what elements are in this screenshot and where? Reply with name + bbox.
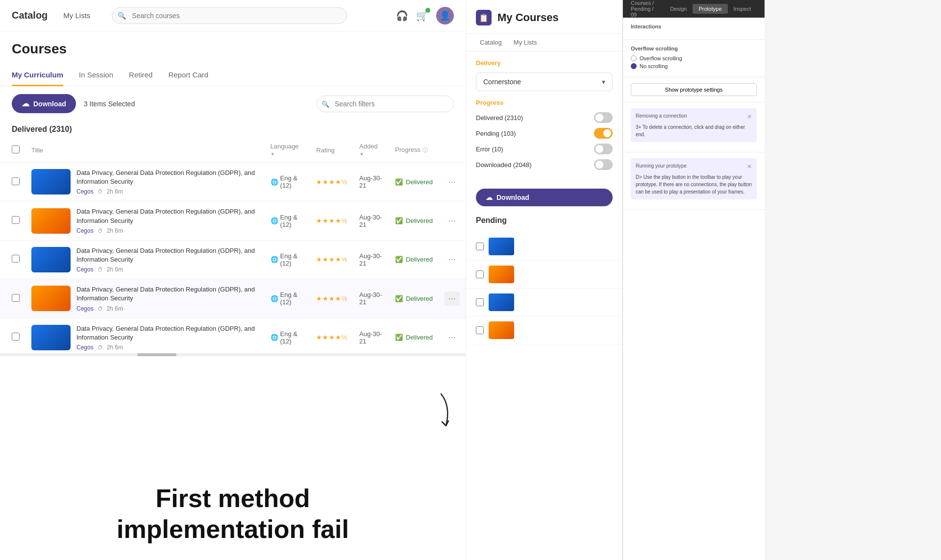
show-prototype-settings-button[interactable]: Show prototype settings <box>631 83 757 96</box>
col-added: Added ▼ <box>353 138 389 163</box>
mc-thumb-4 <box>489 321 514 339</box>
figma-panel: Courses / Pending / 09 Design Prototype … <box>622 0 765 560</box>
mc-item-checkbox-4[interactable] <box>476 326 484 334</box>
figma-tab-design[interactable]: Design <box>664 4 693 14</box>
close-notice-2[interactable]: ✕ <box>747 162 752 171</box>
downloaded-slider <box>594 159 613 170</box>
download-label: Download <box>33 100 66 108</box>
mc-item-checkbox-1[interactable] <box>476 243 484 250</box>
user-avatar[interactable]: 👤 <box>436 7 454 24</box>
course-text-4: Data Privacy, General Data Protection Re… <box>76 285 259 312</box>
globe-icon-1: 🌐 <box>271 178 278 186</box>
delivery-dropdown[interactable]: Cornerstone ▾ <box>476 73 613 91</box>
row-checkbox-4[interactable] <box>12 294 20 302</box>
course-table-container: Title Language ▼ Rating Added ▼ Progress… <box>0 138 466 353</box>
course-meta-3: Cegos ⏱ 2h 6m <box>76 266 259 273</box>
course-info-5: Data Privacy, General Data Protection Re… <box>31 324 259 351</box>
tab-my-curriculum[interactable]: My Curriculum <box>12 65 63 86</box>
my-lists-link[interactable]: My Lists <box>63 11 90 20</box>
download-button[interactable]: ☁ Download <box>12 94 76 113</box>
progress-cell-5: ✅ Delivered <box>395 334 433 341</box>
tab-retired[interactable]: Retired <box>129 65 152 86</box>
search-bar[interactable]: 🔍 <box>112 7 347 24</box>
headphone-button[interactable]: 🎧 <box>396 10 408 22</box>
mc-list-item <box>466 289 622 317</box>
course-text-1: Data Privacy, General Data Protection Re… <box>76 169 259 195</box>
tab-in-session[interactable]: In Session <box>79 65 113 86</box>
error-toggle[interactable] <box>594 144 613 154</box>
pending-section: Pending <box>466 212 622 233</box>
delivered-label: Delivered (2310) <box>476 114 523 122</box>
mc-download-label: Download <box>496 194 529 201</box>
close-notice-1[interactable]: ✕ <box>747 112 752 122</box>
tab-report-card[interactable]: Report Card <box>168 65 208 86</box>
more-options-button-3[interactable]: ··· <box>445 252 460 267</box>
status-badge-4: Delivered <box>406 295 433 302</box>
error-label: Error (10) <box>476 146 503 153</box>
overflow-radio-1[interactable] <box>631 55 637 61</box>
clock-icon-1: ⏱ <box>98 189 103 195</box>
mc-nav: Catalog My Lists <box>466 34 622 51</box>
lang-value-1: Eng & (12) <box>280 174 305 189</box>
row-checkbox-5[interactable] <box>12 333 20 341</box>
annotation-line1: First method <box>156 484 310 512</box>
more-options-button-1[interactable]: ··· <box>445 175 460 189</box>
course-name-4: Data Privacy, General Data Protection Re… <box>76 285 259 303</box>
mc-title: My Courses <box>497 11 559 24</box>
figma-tab-inspect[interactable]: Inspect <box>728 4 757 14</box>
figma-tab-prototype[interactable]: Prototype <box>693 4 727 14</box>
search-filters[interactable]: 🔍 <box>317 96 454 112</box>
delivered-toggle[interactable] <box>594 112 613 123</box>
row-checkbox-3[interactable] <box>12 255 20 263</box>
interactions-section: Interactions <box>623 18 765 40</box>
lang-value-4: Eng & (12) <box>280 291 305 306</box>
course-meta-4: Cegos ⏱ 2h 6m <box>76 305 259 312</box>
pending-toggle[interactable] <box>594 128 613 139</box>
course-provider-5: Cegos <box>76 344 94 351</box>
cloud-download-icon: ☁ <box>22 99 29 108</box>
removing-connection-body: 3+ To delete a connection, click and dra… <box>636 123 752 138</box>
course-table-body: Data Privacy, General Data Protection Re… <box>0 163 466 354</box>
progress-title: Progress <box>476 99 613 106</box>
progress-cell-2: ✅ Delivered <box>395 217 433 224</box>
row-checkbox-1[interactable] <box>12 177 20 185</box>
status-badge-3: Delivered <box>406 256 433 263</box>
row-checkbox-2[interactable] <box>12 216 20 224</box>
mc-cloud-icon: ☁ <box>486 194 493 201</box>
course-thumb-2 <box>31 208 71 234</box>
mc-icon: 📋 <box>476 10 492 25</box>
delivery-section: Delivery Cornerstone ▾ <box>466 51 622 99</box>
overflow-radio-2[interactable] <box>631 63 637 69</box>
overflow-section: Overflow scrolling Overflow scrolling No… <box>623 40 765 77</box>
course-name-3: Data Privacy, General Data Protection Re… <box>76 246 259 264</box>
course-meta-2: Cegos ⏱ 2h 6m <box>76 227 259 234</box>
catalog-link[interactable]: Catalog <box>12 10 48 21</box>
downloaded-toggle[interactable] <box>594 159 613 170</box>
added-date-3: Aug-30-21 <box>359 252 382 267</box>
figma-path: Courses / Pending / 09 <box>631 0 656 18</box>
mc-nav-my-lists[interactable]: My Lists <box>508 34 543 51</box>
horizontal-scrollbar[interactable] <box>0 353 466 356</box>
more-options-button-4[interactable]: ··· <box>445 292 460 306</box>
check-icon-1: ✅ <box>395 178 403 186</box>
progress-section: Progress Delivered (2310) Pending (103) … <box>466 99 622 183</box>
overflow-option-1: Overflow scrolling <box>631 55 757 61</box>
search-input[interactable] <box>112 7 347 24</box>
rating-stars-5: ★★★★½ <box>316 334 347 341</box>
select-all-checkbox[interactable] <box>12 146 20 153</box>
top-nav: Catalog My Lists 🔍 🎧 🛒 👤 <box>0 0 466 31</box>
mc-nav-catalog[interactable]: Catalog <box>474 34 508 51</box>
annotation-text: First method implementation fail <box>24 483 442 544</box>
more-options-button-5[interactable]: ··· <box>445 330 460 344</box>
cart-button[interactable]: 🛒 <box>416 10 428 22</box>
figma-topbar: Courses / Pending / 09 Design Prototype … <box>623 0 765 18</box>
mc-item-checkbox-2[interactable] <box>476 270 484 278</box>
mc-item-checkbox-3[interactable] <box>476 298 484 306</box>
search-filters-input[interactable] <box>317 96 454 112</box>
cart-badge <box>425 8 430 13</box>
mc-download-button[interactable]: ☁ Download <box>476 189 613 206</box>
more-options-button-2[interactable]: ··· <box>445 214 460 228</box>
added-date-1: Aug-30-21 <box>359 174 382 189</box>
progress-cell-4: ✅ Delivered <box>395 295 433 302</box>
removing-connection-section: Removing a connection ✕ 3+ To delete a c… <box>623 102 765 152</box>
